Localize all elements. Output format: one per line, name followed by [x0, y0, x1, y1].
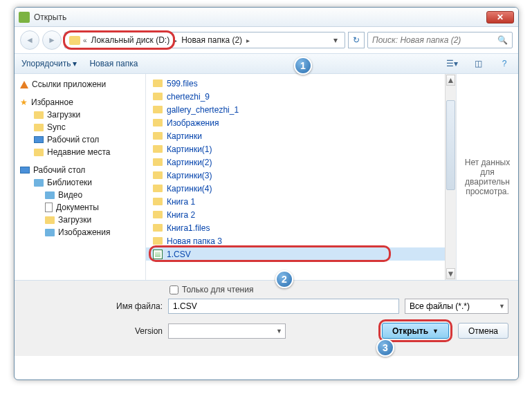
star-icon: ★ [20, 97, 28, 107]
file-row[interactable]: Новая папка 3 [146, 234, 445, 247]
search-box[interactable]: 🔍 [367, 32, 513, 48]
window-title: Открыть [34, 12, 486, 22]
scroll-up-button[interactable]: ▲ [446, 75, 455, 86]
search-input[interactable] [372, 35, 497, 45]
file-name: Картинки(1) [167, 144, 212, 154]
readonly-checkbox[interactable] [169, 285, 178, 294]
view-options-button[interactable]: ☰▾ [445, 57, 459, 71]
search-icon[interactable]: 🔍 [497, 35, 508, 45]
file-filter-combo[interactable]: Все файлы (*.*) ▼ [405, 299, 508, 314]
chevron-down-icon: ▼ [499, 303, 505, 310]
version-combo[interactable]: ▼ [168, 323, 286, 339]
sidebar-favorites[interactable]: ★Избранное [17, 96, 143, 109]
close-button[interactable]: ✕ [486, 11, 514, 24]
file-row[interactable]: Книга1.files [146, 221, 445, 234]
address-dropdown[interactable]: ▾ [331, 35, 340, 45]
folder-icon [153, 79, 163, 87]
libraries-icon [34, 179, 44, 187]
file-name: Книга 1 [167, 197, 195, 207]
preview-pane: Нет данных для дварительн просмотра. [456, 74, 518, 280]
folder-icon [153, 132, 163, 140]
sidebar-recent[interactable]: Недавние места [17, 146, 143, 158]
forward-button[interactable]: ► [42, 30, 62, 50]
callout-3-outline: Открыть ▼ [378, 319, 452, 342]
sidebar-video[interactable]: Видео [17, 189, 143, 201]
file-name: Картинки(2) [167, 158, 212, 167]
sidebar-libraries[interactable]: Библиотеки [17, 176, 143, 189]
file-row[interactable]: Картинки(4) [146, 182, 445, 195]
file-name: Новая папка 3 [167, 236, 222, 246]
footer: Только для чтения Имя файла: Все файлы (… [15, 280, 518, 356]
toolbar: Упорядочить ▾ Новая папка ☰▾ ◫ ? [15, 53, 518, 74]
breadcrumb-prefix: « [83, 37, 87, 44]
filename-input[interactable] [168, 299, 399, 314]
file-row[interactable]: chertezhi_9 [146, 90, 445, 103]
file-name: Картинки(4) [167, 184, 212, 194]
chevron-down-icon: ▾ [73, 59, 77, 68]
file-name: gallery_chertezhi_1 [167, 105, 239, 115]
file-row[interactable]: Картинки(3) [146, 169, 445, 182]
file-row[interactable]: Книга 2 [146, 208, 445, 221]
file-name: Книга 2 [167, 210, 195, 220]
video-icon [45, 191, 55, 199]
folder-icon [153, 171, 163, 179]
file-row[interactable]: Картинки(2) [146, 156, 445, 169]
scrollbar[interactable]: ▲ ▼ [445, 74, 456, 280]
breadcrumb-folder[interactable]: Новая папка (2) [180, 35, 244, 45]
file-row[interactable]: Картинки(1) [146, 142, 445, 156]
sidebar-desktop-root[interactable]: Рабочий стол [17, 164, 143, 176]
address-bar[interactable]: « Локальный диск (D:) ▸ Новая папка (2) … [64, 32, 345, 48]
refresh-button[interactable]: ↻ [348, 32, 365, 48]
sidebar-app-links[interactable]: Ссылки приложени [17, 78, 143, 91]
file-name: Картинки [167, 131, 202, 141]
scroll-track[interactable] [446, 86, 456, 268]
folder-icon [153, 185, 163, 192]
readonly-label: Только для чтения [182, 285, 253, 294]
help-button[interactable]: ? [497, 57, 511, 71]
new-folder-button[interactable]: Новая папка [89, 59, 138, 68]
file-row[interactable]: gallery_chertezhi_1 [146, 103, 445, 116]
readonly-row: Только для чтения [169, 285, 508, 294]
file-row[interactable]: Картинки [146, 129, 445, 142]
close-icon: ✕ [497, 12, 504, 22]
sidebar-desktop[interactable]: Рабочий стол [17, 133, 143, 146]
file-row[interactable]: Книга 1 [146, 195, 445, 208]
folder-icon [153, 106, 163, 113]
scroll-down-button[interactable]: ▼ [446, 268, 455, 279]
sidebar-downloads2[interactable]: Загрузки [17, 214, 143, 226]
nav-bar: ◄ ► « Локальный диск (D:) ▸ Новая папка … [15, 27, 518, 53]
version-label: Version [24, 326, 163, 336]
folder-icon [153, 158, 163, 166]
csv-file-icon [153, 250, 163, 259]
folder-icon [153, 237, 163, 245]
folder-icon [34, 111, 44, 119]
file-list[interactable]: 599.fileschertezhi_9gallery_chertezhi_1И… [146, 74, 445, 280]
sidebar-downloads[interactable]: Загрузки [17, 109, 143, 121]
folder-icon [69, 36, 80, 45]
folder-icon [153, 93, 163, 100]
breadcrumb-disk[interactable]: Локальный диск (D:) [90, 35, 172, 45]
document-icon [45, 203, 53, 212]
file-row[interactable]: 1.CSV [146, 247, 445, 261]
file-row[interactable]: Изображения [146, 116, 445, 129]
back-button[interactable]: ◄ [20, 30, 39, 50]
chevron-down-icon: ▼ [432, 328, 439, 335]
chevron-down-icon: ▼ [276, 328, 282, 335]
file-name: Картинки(3) [167, 171, 212, 180]
open-button[interactable]: Открыть ▼ [382, 323, 449, 339]
folder-icon [153, 145, 163, 153]
preview-pane-button[interactable]: ◫ [471, 57, 485, 71]
sidebar-documents[interactable]: Документы [17, 201, 143, 214]
sidebar-sync[interactable]: Sync [17, 121, 143, 133]
file-name: Изображения [167, 118, 219, 128]
organize-menu[interactable]: Упорядочить ▾ [21, 59, 77, 68]
folder-icon [153, 211, 163, 218]
body-area: Ссылки приложени ★Избранное Загрузки Syn… [15, 74, 518, 280]
sidebar-images[interactable]: Изображения [17, 226, 143, 238]
folder-icon [153, 198, 163, 205]
app-icon [19, 12, 30, 23]
cancel-button[interactable]: Отмена [458, 323, 508, 339]
scroll-thumb[interactable] [446, 100, 455, 190]
file-name: 1.CSV [167, 250, 191, 259]
file-row[interactable]: 599.files [146, 77, 445, 90]
